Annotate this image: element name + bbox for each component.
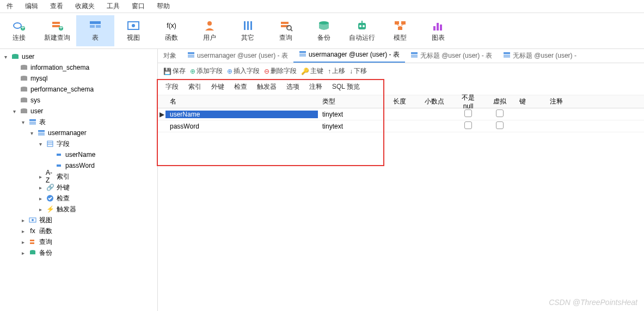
tree-arrow-icon[interactable]: ▾ (20, 119, 26, 125)
primary-key-button[interactable]: 🔑 主键 (301, 66, 323, 76)
svg-rect-36 (21, 66, 27, 70)
col-header-comment[interactable]: 注释 (545, 97, 644, 106)
menu-item[interactable]: 编辑 (25, 2, 38, 11)
tree-arrow-icon[interactable]: ▾ (28, 130, 35, 136)
tab[interactable]: usermanager @user (user) - 表 (182, 49, 293, 63)
table-row[interactable]: ▶ userName tinytext (158, 108, 644, 120)
tree-item[interactable]: mysql (0, 73, 157, 84)
toolbar-chart[interactable]: 图表 (419, 15, 457, 46)
tree-item[interactable]: ▾usermanager (0, 127, 157, 138)
tab[interactable]: 无标题 @user (user) - (498, 49, 582, 63)
svg-rect-25 (395, 21, 399, 25)
tree-item[interactable]: ▸fx函数 (0, 225, 157, 236)
menu-item[interactable]: 查看 (50, 2, 63, 11)
tree-arrow-icon[interactable]: ▸ (37, 174, 44, 180)
tree-arrow-icon[interactable]: ▸ (37, 206, 44, 212)
menu-item[interactable]: 件 (7, 2, 13, 11)
toolbar-backup[interactable]: 备份 (305, 15, 343, 46)
toolbar-tools[interactable]: 其它 (229, 15, 267, 46)
tree-item[interactable]: ▾user (0, 51, 157, 62)
col-header-virtual[interactable]: 虚拟 (484, 97, 515, 106)
tree-item[interactable]: information_schema (0, 62, 157, 73)
tree-item[interactable]: ▸备份 (0, 247, 157, 258)
tree-arrow-icon[interactable]: ▸ (20, 250, 26, 256)
menu-item[interactable]: 窗口 (132, 2, 145, 11)
cell-virtual[interactable] (484, 109, 515, 119)
toolbar-robot[interactable]: 自动运行 (343, 15, 381, 46)
menu-item[interactable]: 工具 (107, 2, 120, 11)
subtab-4[interactable]: 触发器 (257, 82, 277, 92)
tree-arrow-icon[interactable]: ▾ (37, 141, 44, 147)
tree-field-icon (54, 161, 63, 170)
menu-item[interactable]: 收藏夹 (75, 2, 95, 11)
toolbar-plus-doc[interactable]: +新建查询 (38, 15, 76, 46)
tree-item[interactable]: ▸查询 (0, 236, 157, 247)
subtab-5[interactable]: 选项 (286, 82, 299, 92)
tree-item[interactable]: ▾表 (0, 117, 157, 127)
col-header-notnull[interactable]: 不是 null (452, 93, 484, 110)
tree-arrow-icon[interactable]: ▸ (37, 196, 44, 202)
subtab-3[interactable]: 检查 (234, 82, 247, 92)
menu-item[interactable]: 帮助 (157, 2, 170, 11)
insert-field-button[interactable]: ⊕ 插入字段 (227, 66, 260, 76)
tree-item[interactable]: sys (0, 95, 157, 106)
subtab-6[interactable]: 注释 (309, 82, 322, 92)
col-header-type[interactable]: 类型 (318, 97, 389, 106)
add-field-button[interactable]: ⊕ 添加字段 (190, 66, 223, 76)
tree-item[interactable]: userName (0, 149, 157, 160)
cell-notnull[interactable] (452, 121, 484, 131)
tree-arrow-icon[interactable]: ▸ (20, 228, 26, 234)
delete-field-button[interactable]: ⊖ 删除字段 (264, 66, 297, 76)
table-row[interactable]: passWord tinytext (158, 120, 644, 132)
tree-arrow-icon[interactable]: ▾ (11, 108, 17, 114)
toolbar-model[interactable]: 模型 (381, 15, 419, 46)
tree-item[interactable]: ▸⚡触发器 (0, 204, 157, 215)
subtab-2[interactable]: 外键 (211, 82, 224, 92)
col-header-length[interactable]: 长度 (389, 97, 420, 106)
tree-item[interactable]: performance_schema (0, 84, 157, 95)
col-header-key[interactable]: 键 (515, 97, 545, 106)
tree-item[interactable]: ▸A-Z索引 (0, 171, 157, 182)
tree-label: user (30, 107, 43, 115)
tree-db-icon (20, 85, 28, 94)
toolbar-fx[interactable]: f(x)函数 (152, 15, 191, 46)
toolbar-table[interactable]: 表 (76, 15, 114, 46)
cell-virtual[interactable] (484, 121, 515, 131)
tree-check-icon (46, 194, 54, 203)
subtab-7[interactable]: SQL 预览 (332, 82, 360, 92)
cell-notnull[interactable] (452, 109, 484, 119)
tree-item[interactable]: ▾字段 (0, 138, 157, 149)
move-up-button[interactable]: ↑ 上移 (328, 66, 345, 76)
col-header-decimal[interactable]: 小数点 (420, 97, 452, 106)
toolbar-plug[interactable]: +连接 (0, 15, 38, 46)
col-header-name[interactable]: 名 (165, 97, 318, 106)
tree-item[interactable]: ▸检查 (0, 193, 157, 204)
tree-arrow-icon[interactable]: ▾ (2, 54, 9, 60)
save-button[interactable]: 💾保存 (163, 66, 186, 76)
cell-type[interactable]: tinytext (318, 123, 389, 130)
tree-item[interactable]: ▸视图 (0, 215, 157, 225)
tab[interactable]: usermanager @user (user) - 表 (293, 48, 405, 63)
svg-rect-14 (247, 21, 249, 30)
toolbar-view[interactable]: 视图 (114, 15, 152, 46)
tree-arrow-icon[interactable]: ▸ (20, 239, 26, 245)
tree-arrow-icon[interactable]: ▸ (20, 217, 26, 223)
toolbar-user[interactable]: 用户 (191, 15, 229, 46)
tree-item[interactable]: passWord (0, 160, 157, 171)
table-icon (503, 51, 511, 60)
tree-item[interactable]: ▾user (0, 106, 157, 117)
tree-item[interactable]: ▸🔗外键 (0, 182, 157, 193)
cell-name[interactable]: passWord (165, 123, 318, 130)
tab[interactable]: 对象 (158, 49, 182, 63)
cell-type[interactable]: tinytext (318, 111, 389, 118)
tree-arrow-icon[interactable]: ▸ (37, 185, 44, 191)
svg-point-11 (132, 24, 135, 27)
toolbar-query[interactable]: 查询 (267, 15, 305, 46)
svg-line-28 (397, 25, 400, 27)
subtab-1[interactable]: 索引 (188, 82, 201, 92)
tab[interactable]: 无标题 @user (user) - 表 (405, 49, 498, 63)
move-down-button[interactable]: ↓ 下移 (349, 66, 367, 76)
cell-name[interactable]: userName (165, 111, 318, 118)
svg-rect-15 (250, 21, 252, 30)
subtab-0[interactable]: 字段 (165, 82, 179, 92)
